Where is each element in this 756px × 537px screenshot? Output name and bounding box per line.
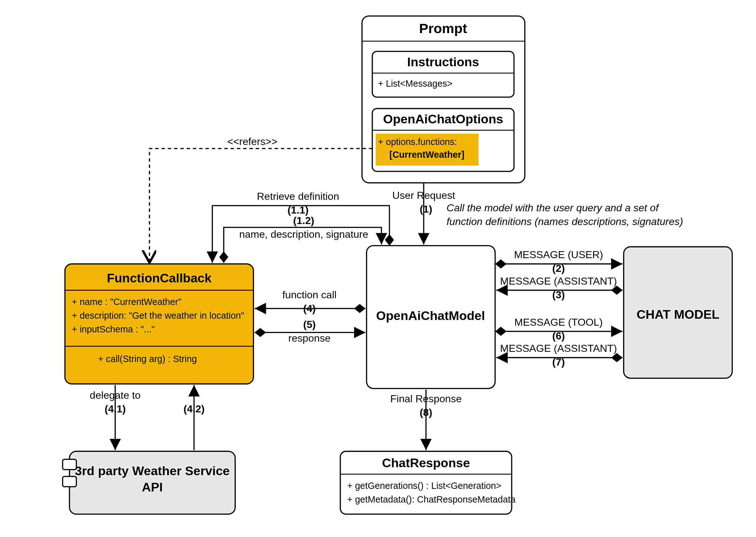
- msg-assistant3-label: MESSAGE (ASSISTANT): [500, 275, 617, 287]
- final-response-label: Final Response: [391, 393, 462, 404]
- msg-assistant7-label: MESSAGE (ASSISTANT): [500, 343, 617, 354]
- weather-service-line1: 3rd party Weather Service: [75, 464, 230, 478]
- function-callback-title: FunctionCallback: [107, 271, 212, 285]
- fc-inputschema: + inputSchema : "...": [72, 324, 154, 334]
- step-4: (4): [303, 303, 315, 314]
- svg-rect-5: [63, 459, 76, 470]
- msg-tool-label: MESSAGE (TOOL): [514, 316, 603, 328]
- step-1-1: (1.1): [287, 204, 309, 216]
- svg-rect-6: [63, 476, 76, 487]
- options-attr2: [CurrentWeather]: [390, 149, 464, 160]
- function-call-label: function call: [282, 289, 337, 301]
- retrieve-def-label: Retrieve definition: [257, 190, 339, 202]
- refers-label: <<refers>>: [227, 136, 277, 147]
- step-7: (7): [552, 356, 565, 368]
- step-2: (2): [552, 263, 565, 274]
- delegate-label: delegate to: [90, 390, 141, 401]
- step-4-2: (4.2): [184, 403, 205, 415]
- chat-model-title: CHAT MODEL: [637, 307, 719, 321]
- prompt-title: Prompt: [419, 21, 467, 36]
- msg-user-label: MESSAGE (USER): [514, 249, 603, 260]
- instructions-title: Instructions: [407, 55, 479, 69]
- openai-chat-options-title: OpenAiChatOptions: [383, 112, 503, 126]
- step-1: (1): [420, 203, 432, 215]
- fc-method: + call(String arg) : String: [98, 354, 197, 364]
- chat-response-attr1: + getGenerations() : List<Generation>: [347, 480, 501, 491]
- step-1-2: (1.2): [293, 215, 314, 226]
- call-model-line2: function definitions (names descriptions…: [446, 216, 683, 227]
- weather-service-line2: API: [142, 480, 163, 494]
- step-8: (8): [420, 407, 432, 418]
- options-attr1: + options.functions:: [378, 137, 457, 147]
- response-label: response: [288, 332, 331, 344]
- call-model-line1: Call the model with the user query and a…: [446, 202, 659, 214]
- fc-name: + name : "CurrentWeather": [72, 297, 181, 307]
- step-5: (5): [303, 319, 315, 330]
- chat-response-attr2: + getMetadata(): ChatResponseMetadata: [347, 494, 515, 505]
- step-3: (3): [552, 289, 565, 301]
- chat-response-title: ChatResponse: [382, 456, 470, 470]
- step-6: (6): [552, 330, 565, 342]
- openai-chat-model-title: OpenAiChatModel: [376, 309, 485, 322]
- instructions-attr: + List<Messages>: [378, 78, 453, 89]
- diagram-canvas: Prompt Instructions + List<Messages> Ope…: [0, 0, 756, 537]
- step-4-1: (4.1): [105, 403, 126, 415]
- user-request-label: User Request: [392, 189, 455, 201]
- fc-description: + description: "Get the weather in locat…: [72, 310, 244, 321]
- name-desc-label: name, description, signature: [239, 228, 368, 240]
